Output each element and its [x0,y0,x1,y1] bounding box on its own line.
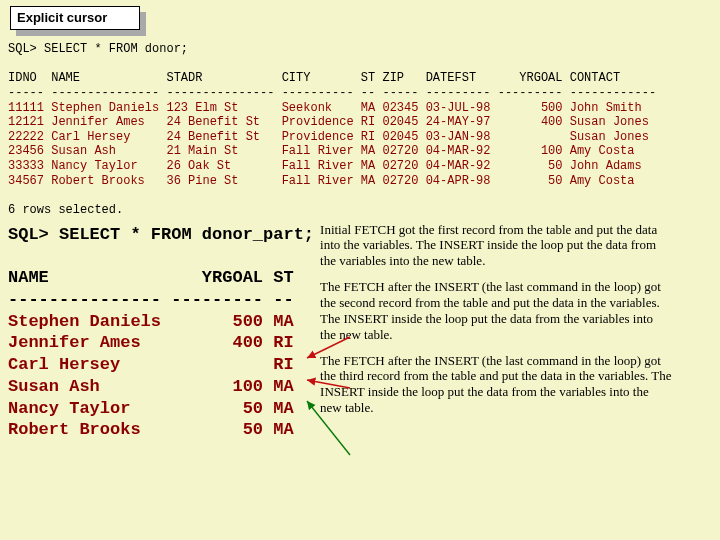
sql-output-bottom: SQL> SELECT * FROM donor_part; NAME YRGO… [8,224,314,442]
title-box: Explicit cursor [10,6,145,34]
title-text: Explicit cursor [10,6,140,30]
lower-section: SQL> SELECT * FROM donor_part; NAME YRGO… [0,218,720,442]
tbl1-row: 34567 Robert Brooks 36 Pine St Fall Rive… [8,174,635,188]
sql-output-top: SQL> SELECT * FROM donor; IDNO NAME STAD… [8,42,720,218]
tbl2-row: Stephen Daniels 500 MA [8,312,294,331]
tbl2-row: Carl Hersey RI [8,355,294,374]
tbl1-row: 23456 Susan Ash 21 Main St Fall River MA… [8,144,635,158]
explain-p3: The FETCH after the INSERT (the last com… [320,353,672,416]
explain-p2: The FETCH after the INSERT (the last com… [320,279,672,342]
tbl2-row: Robert Brooks 50 MA [8,420,294,439]
sql1-prompt: SQL> SELECT * FROM donor; [8,42,188,56]
explanation-column: Initial FETCH got the first record from … [320,222,672,426]
tbl2-row: Jennifer Ames 400 RI [8,333,294,352]
tbl1-heading: IDNO NAME STADR CITY ST ZIP DATEFST YRGO… [8,71,620,85]
explain-p1: Initial FETCH got the first record from … [320,222,672,270]
tbl1-row: 11111 Stephen Daniels 123 Elm St Seekonk… [8,101,642,115]
tbl1-row: 22222 Carl Hersey 24 Benefit St Providen… [8,130,649,144]
tbl2-dashes: --------------- --------- -- [8,290,294,309]
tbl1-row: 12121 Jennifer Ames 24 Benefit St Provid… [8,115,649,129]
rows-selected: 6 rows selected. [8,203,123,217]
tbl2-row: Susan Ash 100 MA [8,377,294,396]
tbl2-heading: NAME YRGOAL ST [8,268,294,287]
tbl2-row: Nancy Taylor 50 MA [8,399,294,418]
tbl1-row: 33333 Nancy Taylor 26 Oak St Fall River … [8,159,642,173]
sql2-prompt: SQL> SELECT * FROM donor_part; [8,225,314,244]
tbl1-dashes: ----- --------------- --------------- --… [8,86,656,100]
